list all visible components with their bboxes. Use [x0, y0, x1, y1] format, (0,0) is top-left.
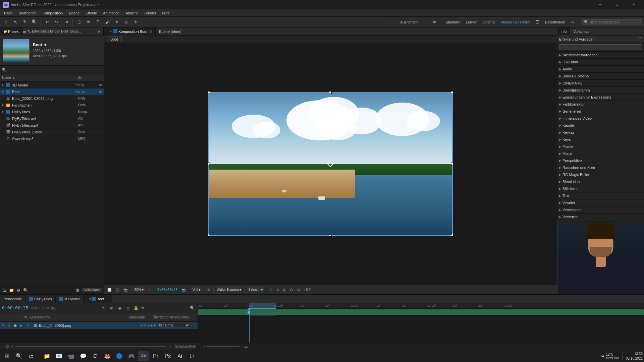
- cat-header-rg[interactable]: ▶ RG Magic Bullet: [557, 171, 644, 178]
- zoom-out-btn[interactable]: ◃: [11, 344, 13, 349]
- cat-header-text[interactable]: ▶ Text: [557, 192, 644, 199]
- grid-btn[interactable]: ⊟: [268, 287, 274, 292]
- redo-btn[interactable]: ↪: [53, 18, 61, 26]
- snapshot-btn[interactable]: 📷: [122, 287, 129, 292]
- more-options[interactable]: »: [569, 18, 577, 26]
- effects-search[interactable]: [557, 43, 644, 52]
- markers-btn[interactable]: ◈: [116, 305, 123, 311]
- tab-flybytitles[interactable]: FlyByTitles: [26, 295, 56, 303]
- handle-tl[interactable]: [207, 91, 210, 94]
- tab-layer[interactable]: Ebene (ohne): [156, 27, 185, 36]
- lock-btn[interactable]: 🔒: [132, 305, 139, 311]
- cat-header-dienst[interactable]: ▶ Dienstprogramm: [557, 87, 644, 94]
- libraries-label[interactable]: Bibliotheken: [543, 20, 567, 24]
- bit-depth-btn[interactable]: 8-Bit-Kanal: [82, 288, 102, 292]
- cat-header-matte[interactable]: ▶ Matte: [557, 150, 644, 157]
- taskbar-firefox[interactable]: 🦊: [102, 351, 113, 361]
- cat-header-cinema4d[interactable]: ▶ CINEMA 4D: [557, 80, 644, 86]
- menu-fenster[interactable]: Fenster: [141, 10, 159, 16]
- search-layer[interactable]: 🔍: [189, 305, 196, 311]
- taskbar-teams[interactable]: 📹: [65, 351, 77, 361]
- home-btn[interactable]: ⌂: [2, 18, 10, 26]
- close-icon-boot[interactable]: ✕: [89, 297, 92, 301]
- gl-preview[interactable]: ⬡: [289, 287, 294, 292]
- preview-dropdown-icon[interactable]: ▼: [43, 42, 47, 48]
- taskbar-ae[interactable]: Ae: [138, 351, 149, 361]
- minimize-button[interactable]: ─: [592, 0, 608, 9]
- brush-tool[interactable]: 🖌: [103, 18, 111, 26]
- tab-vorschau[interactable]: Vorschau: [570, 27, 592, 36]
- menu-hilfe[interactable]: Hilfe: [160, 10, 172, 16]
- workspace-kleiner[interactable]: Kleiner Bildschirm: [499, 20, 532, 24]
- taskview-button[interactable]: 🗂: [25, 351, 37, 361]
- cat-header-maske[interactable]: ▶ Maske: [557, 143, 644, 150]
- list-item-flyavi[interactable]: ▶ 🎬 FlyByTitles.avi AVI: [0, 115, 104, 122]
- panel-search-btn[interactable]: 🔍: [22, 287, 29, 293]
- solo-btn[interactable]: ◇: [124, 305, 131, 311]
- close-icon[interactable]: ✕: [109, 30, 112, 33]
- zoom-in-btn[interactable]: ▹: [169, 344, 171, 349]
- taskbar-chrome[interactable]: 🔵: [114, 351, 125, 361]
- project-search[interactable]: 🔍: [0, 66, 104, 74]
- parent-select[interactable]: Ohne: [163, 323, 190, 328]
- layer-expand[interactable]: ▶: [18, 322, 24, 328]
- layer-lock[interactable]: 🔒: [12, 322, 18, 328]
- cat-header-veraltet[interactable]: ▶ Veraltet: [557, 199, 644, 206]
- list-item-boot[interactable]: ▶ Boot Komp. ⊞: [0, 88, 104, 95]
- cat-header-kanale[interactable]: ▶ Kanäle: [557, 122, 644, 129]
- taskbar-file-explorer[interactable]: 📁: [41, 351, 53, 361]
- timeline-right[interactable]: 00f 10f 20f 01:00f 10f 20f 02:00f 10f 20…: [198, 303, 644, 350]
- track-zoom-slider[interactable]: [206, 346, 239, 347]
- preview-toggle[interactable]: ◫: [282, 287, 287, 292]
- comp-viewer[interactable]: [104, 43, 557, 285]
- track-boot[interactable]: [198, 309, 644, 315]
- help-search[interactable]: 🔍: [582, 19, 642, 25]
- taskbar-ps[interactable]: Ps: [162, 351, 173, 361]
- align-expand[interactable]: ⬡: [421, 18, 429, 26]
- cat-header-gen[interactable]: ▶ Generieren: [557, 108, 644, 115]
- menu-animation[interactable]: Animation: [100, 10, 122, 16]
- cat-header-verz[interactable]: ▶ Verzerren: [557, 214, 644, 220]
- track-mountain[interactable]: ⛰: [244, 345, 248, 349]
- tab-komposition[interactable]: ✕ Komposition Boot ☰: [104, 27, 156, 36]
- current-time-display[interactable]: 0:00:00:25: [2, 305, 28, 310]
- transparency-btn[interactable]: ⊞: [206, 287, 211, 292]
- track-zoom-out[interactable]: ◃: [203, 344, 205, 349]
- align-option[interactable]: ⊞: [430, 18, 438, 26]
- comp-preview-btn[interactable]: ⬛: [114, 287, 121, 292]
- effects-settings-tab[interactable]: Effekteinstellungen Boot_[0292...: [32, 29, 81, 33]
- panel-new-folder[interactable]: 📁: [8, 287, 14, 293]
- cat-header-audio[interactable]: ▶ Audio: [557, 66, 644, 72]
- camera-dropdown[interactable]: Aktive Kamera ▾: [216, 287, 243, 292]
- list-item-swoosh[interactable]: ▶ 🎵 Swoosh.mp3 MP3: [0, 135, 104, 142]
- undo-btn[interactable]: ↩: [43, 18, 51, 26]
- cat-header-sim[interactable]: ▶ Simulation: [557, 178, 644, 185]
- taskbar-game[interactable]: 🎮: [126, 351, 137, 361]
- quality-dropdown[interactable]: Voll ▾: [191, 287, 202, 292]
- sync-btn[interactable]: ⊕: [108, 305, 115, 311]
- col-type[interactable]: Art: [78, 76, 102, 80]
- handle-tr[interactable]: [451, 91, 453, 94]
- handle-tc[interactable]: [329, 91, 332, 94]
- track-zoom-in[interactable]: ▹: [241, 344, 243, 349]
- footer-arrows[interactable]: ↕: [2, 345, 4, 349]
- track-footer-arrows[interactable]: ↕: [199, 345, 201, 349]
- step-forward[interactable]: ⇥: [62, 18, 70, 26]
- menu-ebene[interactable]: Ebene: [66, 10, 82, 16]
- cat-header-verw[interactable]: ▶ Verwackeln: [557, 206, 644, 213]
- zoom-tool[interactable]: 🔍: [30, 18, 38, 26]
- list-item[interactable]: ▶ 3D Model Komp. ⊞: [0, 82, 104, 88]
- tab-expand[interactable]: »: [95, 27, 104, 36]
- camera-icon[interactable]: 📷: [180, 287, 187, 292]
- cat-header-farb[interactable]: ▶ Farbkorrektur: [557, 101, 644, 108]
- cat-header-3d[interactable]: ▶ 3D-Kanal: [557, 59, 644, 65]
- taskbar-ai[interactable]: Ai: [174, 351, 185, 361]
- playhead-line[interactable]: [249, 308, 250, 343]
- list-item-flybytitles[interactable]: ▶ FlyByTitles Komp.: [0, 109, 104, 115]
- panel-settings[interactable]: ⚙: [15, 287, 21, 293]
- cat-header-persp[interactable]: ▶ Perspektive: [557, 157, 644, 164]
- parent-chain-icon[interactable]: ⛓: [159, 323, 162, 327]
- tab-boot[interactable]: ✕ Boot ☰: [84, 295, 112, 303]
- window-controls[interactable]: ─ □ ✕: [592, 0, 641, 9]
- puppet-tool[interactable]: ✳: [131, 18, 140, 26]
